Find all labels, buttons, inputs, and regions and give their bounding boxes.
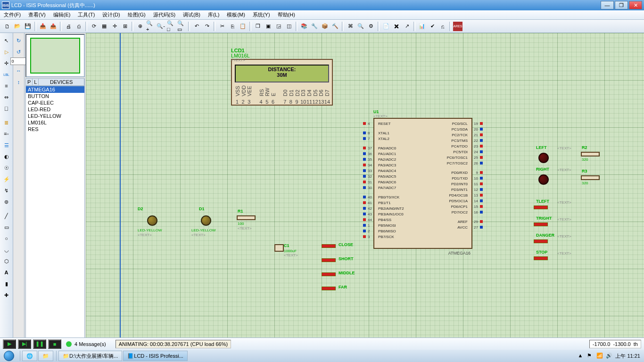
overview-panel[interactable] <box>25 34 85 77</box>
menu-system[interactable]: 系统(Y) <box>249 10 274 19</box>
clock[interactable]: 上午 11:21 <box>615 353 640 360</box>
button-short[interactable] <box>322 258 336 262</box>
list-item[interactable]: CAP-ELEC <box>26 99 84 106</box>
minimize-button[interactable]: — <box>601 1 614 9</box>
component-icon[interactable]: ▷ <box>2 47 11 57</box>
list-item[interactable]: ATMEGA16 <box>26 86 84 93</box>
menu-library[interactable]: 库(L) <box>204 10 223 19</box>
led-right[interactable] <box>538 174 549 185</box>
lcd-component[interactable]: LCD1 LM016L <TEXT> DISTANCE: 30M VSSVDDV… <box>231 59 333 106</box>
task-folder[interactable]: 📁 D:\大作业展播\车辆... <box>58 351 122 361</box>
import-icon[interactable]: 📥 <box>38 22 48 31</box>
menu-edit[interactable]: 编辑(E) <box>50 10 74 19</box>
new-icon[interactable]: 🗋 <box>2 22 12 31</box>
task-isis[interactable]: 📘 LCD - ISIS Professi... <box>123 351 188 361</box>
menu-debug[interactable]: 调试(B) <box>179 10 204 19</box>
current-probe-icon[interactable]: ↯ <box>2 186 11 195</box>
netlist-icon[interactable]: ⎌ <box>438 22 447 31</box>
menu-template[interactable]: 模板(M) <box>223 10 249 19</box>
print-area-icon[interactable]: ⎙ <box>74 22 83 31</box>
rotate-ccw-icon[interactable]: ↺ <box>14 47 24 57</box>
button-tleft[interactable] <box>534 206 548 209</box>
origin-icon[interactable]: ✛ <box>110 22 119 31</box>
zoomarea-icon[interactable]: 🔍▭ <box>177 22 186 31</box>
decomp-icon[interactable]: 🔨 <box>330 22 340 31</box>
terminal-icon[interactable]: ≣ <box>2 118 11 127</box>
button-middle[interactable] <box>322 272 336 276</box>
save-icon[interactable]: 💾 <box>23 22 33 31</box>
button-stop[interactable] <box>534 256 548 260</box>
marker-icon[interactable]: ✚ <box>2 290 11 300</box>
close-button[interactable]: ✕ <box>629 1 642 9</box>
list-item[interactable]: LED-RED <box>26 106 84 113</box>
menu-tools[interactable]: 工具(T) <box>74 10 99 19</box>
message-count[interactable]: 4 Message(s) <box>74 341 106 347</box>
button-far[interactable] <box>322 287 336 290</box>
package-icon[interactable]: 📦 <box>320 22 330 31</box>
led-left[interactable] <box>538 153 549 163</box>
menu-help[interactable]: 帮助(H) <box>274 10 299 19</box>
cap-c1[interactable] <box>274 244 284 252</box>
zoomin-icon[interactable]: 🔍+ <box>146 22 155 31</box>
paste-icon[interactable]: 📋 <box>238 22 248 31</box>
list-item[interactable]: LM016L <box>26 119 84 126</box>
step-button[interactable]: ▶| <box>18 339 31 349</box>
start-button[interactable] <box>0 350 18 362</box>
network-icon[interactable]: 📶 <box>596 353 603 359</box>
mcu-component[interactable]: U1 <TEXT> RESET4XTAL18XTAL27PA0/ADC037PA… <box>373 118 472 249</box>
menu-design[interactable]: 设计(D) <box>99 10 124 19</box>
grid-icon[interactable]: ▦ <box>99 22 109 31</box>
block-delete-icon[interactable]: ◫ <box>284 22 294 31</box>
wire-autoroute-icon[interactable]: ⌘ <box>346 22 355 31</box>
led-d1[interactable] <box>201 215 211 226</box>
zoomout-icon[interactable]: 🔍- <box>156 22 165 31</box>
menu-view[interactable]: 查看(V) <box>25 10 50 19</box>
graph-icon[interactable]: ☰ <box>2 140 11 150</box>
pinned-explorer-icon[interactable]: 📁 <box>38 351 53 361</box>
list-item[interactable]: BUTTON <box>26 93 84 99</box>
p-button[interactable]: P <box>26 79 33 85</box>
open-icon[interactable]: 📂 <box>13 22 22 31</box>
l-button[interactable]: L <box>33 79 39 85</box>
pause-button[interactable]: ❚❚ <box>33 339 46 349</box>
center-icon[interactable]: ⊕ <box>135 22 145 31</box>
resistor-r2[interactable] <box>581 152 600 156</box>
pick-icon[interactable]: 📚 <box>299 22 309 31</box>
cut-icon[interactable]: ✂ <box>217 22 227 31</box>
button-tright[interactable] <box>534 222 548 226</box>
text-icon[interactable]: A <box>2 268 11 277</box>
prop-icon[interactable]: ⚙ <box>366 22 376 31</box>
block-move-icon[interactable]: ▣ <box>264 22 273 31</box>
flag-icon[interactable]: ⚑ <box>587 353 594 359</box>
voltage-probe-icon[interactable]: ⚡ <box>2 174 11 184</box>
ares-icon[interactable]: ARES <box>453 22 462 31</box>
maximize-button[interactable]: ❐ <box>615 1 628 9</box>
block-copy-icon[interactable]: ❒ <box>253 22 263 31</box>
tape-icon[interactable]: ◐ <box>2 152 11 161</box>
menu-file[interactable]: 文件(F) <box>0 10 25 19</box>
block-rotate-icon[interactable]: ◲ <box>274 22 283 31</box>
selection-icon[interactable]: ↖ <box>2 36 11 45</box>
tray-icon[interactable]: ▲ <box>578 353 584 359</box>
schematic-canvas[interactable]: LCD1 LM016L <TEXT> DISTANCE: 30M VSSVDDV… <box>86 33 644 350</box>
circle-icon[interactable]: ○ <box>2 234 11 243</box>
menu-source[interactable]: 源代码(S) <box>149 10 180 19</box>
undo-icon[interactable]: ↶ <box>192 22 201 31</box>
pinned-ie-icon[interactable]: 🌐 <box>22 351 37 361</box>
export-icon[interactable]: 📤 <box>49 22 58 31</box>
list-item[interactable]: LED-YELLOW <box>26 113 84 119</box>
pan-icon[interactable]: ⊞ <box>120 22 130 31</box>
box-icon[interactable]: ▭ <box>2 222 11 232</box>
print-icon[interactable]: 🖨 <box>64 22 73 31</box>
refresh-icon[interactable]: ⟳ <box>89 22 99 31</box>
line-icon[interactable]: ╱ <box>2 211 11 221</box>
arc-icon[interactable]: ◡ <box>2 245 11 255</box>
make-icon[interactable]: 🔧 <box>310 22 319 31</box>
led-d2[interactable] <box>147 215 157 226</box>
mirror-v-icon[interactable]: ↕ <box>14 77 24 87</box>
exit-sheet-icon[interactable]: ↗ <box>402 22 412 31</box>
text-script-icon[interactable]: ≡ <box>2 81 11 90</box>
list-item[interactable]: RES <box>26 126 84 132</box>
new-sheet-icon[interactable]: 📄 <box>381 22 391 31</box>
copy-icon[interactable]: ⎘ <box>228 22 237 31</box>
